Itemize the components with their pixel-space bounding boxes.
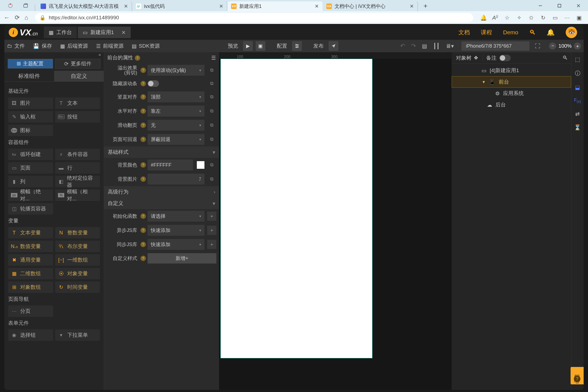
var-text[interactable]: T文本变量 [8, 227, 53, 238]
help-icon[interactable]: ? [135, 55, 140, 61]
section-advanced[interactable]: 高级行为› [104, 186, 219, 198]
bell-icon[interactable]: 🔔 [547, 29, 555, 36]
comp-pager[interactable]: ⋯分页 [8, 305, 53, 317]
help-icon[interactable]: ? [140, 256, 146, 261]
memo-toggle[interactable] [499, 55, 511, 61]
avatar[interactable]: 🐯 [566, 27, 577, 38]
tab-object-tree[interactable]: 对象树❖ [452, 52, 483, 63]
minimize-button[interactable] [531, 0, 550, 11]
tree-node-app[interactable]: ▭[4]新建应用1 [452, 65, 571, 76]
close-window-button[interactable] [569, 0, 588, 11]
comp-banner-rel[interactable]: %横幅（相对... [55, 189, 100, 201]
var-time[interactable]: ↻时间变量 [55, 281, 100, 293]
fx-icon[interactable]: F(x) [574, 98, 581, 103]
swipe-select[interactable]: 无▾ [148, 120, 204, 131]
copy-icon[interactable]: ⧉ [207, 106, 216, 116]
copy-icon[interactable]: ⧉ [207, 174, 216, 184]
tab-overview-icon[interactable] [18, 0, 33, 11]
debug-icon[interactable]: ⬓ [575, 84, 580, 91]
close-icon[interactable]: ✕ [315, 3, 319, 9]
help-icon[interactable]: ? [140, 228, 146, 233]
maximize-button[interactable] [550, 0, 569, 11]
add-button[interactable]: ＋ [207, 226, 216, 235]
tab-custom[interactable]: 自定义 [54, 71, 104, 81]
comp-dropdown[interactable]: ▾下拉菜单 [55, 329, 100, 341]
comp-button[interactable]: Btn按钮 [55, 111, 100, 122]
collapse-left-icon[interactable]: « [99, 52, 101, 59]
back-select[interactable]: 屏蔽回退▾ [148, 134, 204, 145]
info-icon[interactable]: ⓘ [575, 70, 580, 77]
menu-file[interactable]: 🗀文件 [7, 42, 25, 50]
menu-frontend[interactable]: ☰前端资源 [96, 42, 124, 50]
close-icon[interactable]: ✕ [124, 3, 128, 9]
system-menu-icon[interactable] [3, 0, 18, 11]
var-bool[interactable]: ⁰⁄₁布尔变量 [55, 241, 100, 252]
menu-save[interactable]: 💾保存 [33, 42, 52, 50]
bg-color-input[interactable]: #FFFFFF [148, 160, 193, 170]
menu-icon[interactable]: ☰ [211, 55, 216, 61]
help-icon[interactable]: ? [140, 162, 146, 168]
extensions-icon[interactable]: ✧ [516, 14, 522, 21]
comp-row[interactable]: ▬行 [55, 162, 100, 174]
hourglass-icon[interactable]: ⌛ [574, 124, 581, 131]
sync-js-select[interactable]: 快速添加▾ [148, 239, 204, 250]
var-obj[interactable]: ⦿对象变量 [55, 268, 100, 279]
config-button[interactable] [292, 41, 302, 51]
var-any[interactable]: ✖通用变量 [8, 254, 53, 266]
device-select[interactable]: iPhone6/7/8 375*667 [461, 41, 529, 51]
comp-carousel[interactable]: ◫轮播页容器 [8, 203, 53, 215]
more-icon[interactable]: ⋯ [564, 14, 570, 21]
link-icon[interactable]: ⇄ [575, 111, 580, 117]
home-button[interactable]: ⌂ [24, 14, 28, 21]
theme-config-button[interactable]: 主题配置 [8, 59, 53, 69]
canvas-page[interactable] [220, 59, 372, 358]
undo-button[interactable]: ↶ [399, 42, 407, 50]
help-icon[interactable]: ? [140, 81, 146, 86]
fit-screen-icon[interactable]: ⛶ [532, 43, 543, 49]
zoom-in-button[interactable]: ＋ [574, 42, 581, 50]
menu-backend[interactable]: ▦后端资源 [60, 42, 88, 50]
more-components-button[interactable]: ⟳更多组件 [55, 59, 101, 69]
comp-if[interactable]: if条件容器 [55, 149, 100, 160]
menu-sdk[interactable]: ▤SDK资源 [132, 42, 160, 50]
overflow-select[interactable]: 使用滚动(仅y轴)▾ [148, 65, 204, 76]
preview-qr-button[interactable]: ▣ [256, 41, 265, 51]
refresh-button[interactable]: ⟳ [15, 14, 20, 21]
add-custom-style-button[interactable]: 新增+ [148, 253, 216, 264]
search-icon[interactable]: 🔍︎ [529, 29, 536, 36]
var-arr1[interactable]: [┄]一维数组 [55, 254, 100, 266]
help-icon[interactable]: ? [140, 122, 146, 128]
browser-tab-3[interactable]: VX 文档中心 | iVX文档中心 ✕ [323, 1, 418, 11]
comp-abs[interactable]: ◧绝对定位容器 [55, 176, 100, 187]
sidebar-toggle-icon[interactable]: ▣ [576, 14, 582, 21]
copy-icon[interactable]: ⧉ [207, 79, 216, 88]
async-js-select[interactable]: 快速添加▾ [148, 225, 204, 236]
new-tab-button[interactable]: ＋ [418, 0, 433, 11]
comp-input[interactable]: ✎输入框 [8, 111, 53, 122]
link-course[interactable]: 课程 [481, 29, 492, 36]
palette-scroll[interactable]: 基础元件 🖼图片 T文本 ✎输入框 Btn按钮 Icon图标 容器组件 for循… [4, 82, 104, 390]
logo[interactable]: i VX.cn [9, 27, 38, 38]
help-icon[interactable]: ? [140, 137, 146, 142]
canvas[interactable]: 100200300 [219, 52, 452, 390]
add-button[interactable]: ＋ [207, 240, 216, 249]
link-demo[interactable]: Demo [503, 29, 518, 36]
help-button[interactable]: 帮助中心 ? [571, 367, 584, 384]
help-icon[interactable]: ? [140, 68, 146, 73]
back-button[interactable]: ← [4, 14, 10, 21]
section-custom[interactable]: 自定义▾ [104, 198, 219, 209]
preview-play-button[interactable]: ▶ [243, 41, 253, 51]
comp-page[interactable]: ▭页面 [8, 162, 53, 174]
browser-tab-1[interactable]: iV ivx低代码 ✕ [132, 1, 227, 11]
init-fn-select[interactable]: 请选择▾ [148, 211, 204, 222]
copy-icon[interactable]: ⧉ [207, 121, 216, 130]
link-docs[interactable]: 文档 [458, 29, 470, 36]
comp-icon[interactable]: Icon图标 [8, 125, 53, 136]
valign-select[interactable]: 顶部▾ [148, 91, 204, 102]
browser-tab-0[interactable]: 讯飞星火认知大模型-AI大语言模 ✕ [37, 1, 132, 11]
favorite-icon[interactable]: ☆ [504, 14, 510, 21]
favorites-bar-icon[interactable]: ✩ [528, 14, 534, 21]
close-icon[interactable]: ✕ [410, 3, 414, 9]
section-basic-style[interactable]: 基础样式▾ [104, 146, 219, 158]
var-objarr[interactable]: ⊞对象数组 [8, 281, 53, 293]
